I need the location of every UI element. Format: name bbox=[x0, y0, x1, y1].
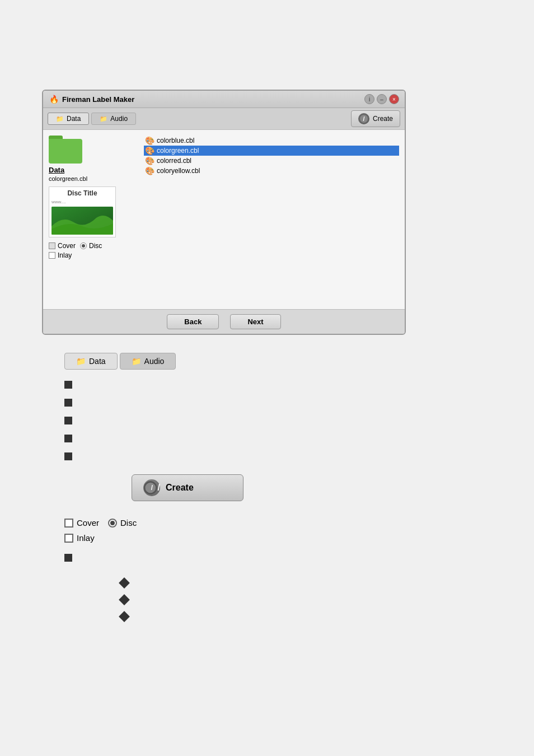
file-item-selected[interactable]: 🎨 colorgreen.cbl bbox=[144, 146, 399, 156]
folder-icon: 📁 bbox=[56, 115, 64, 123]
disc-label: Disc bbox=[89, 242, 102, 250]
file-icon-1: 🎨 bbox=[145, 136, 154, 145]
info-button[interactable]: i bbox=[364, 94, 374, 104]
zoom-inlay-checkbox-item[interactable]: Inlay bbox=[64, 533, 95, 543]
create-icon: / bbox=[358, 113, 369, 124]
folder-body bbox=[49, 139, 82, 164]
file-name-4: coloryellow.cbl bbox=[157, 167, 200, 175]
zoom-inlay-label: Inlay bbox=[77, 533, 95, 543]
zoom-folder-icon: 📁 bbox=[76, 357, 86, 366]
tab-bar: 📁 Data 📁 Audio / Create bbox=[43, 108, 405, 130]
disc-radio[interactable] bbox=[80, 242, 87, 249]
cover-checkbox-item[interactable]: Cover bbox=[49, 242, 76, 250]
zoom-create-icon: / bbox=[143, 479, 160, 496]
zoom-tab-data[interactable]: 📁 Data bbox=[64, 353, 118, 370]
svg-text:/: / bbox=[363, 115, 364, 122]
app-title: Fireman Label Maker bbox=[62, 95, 134, 104]
file-item[interactable]: 🎨 coloryellow.cbl bbox=[144, 166, 399, 176]
title-bar-left: 🔥 Fireman Label Maker bbox=[49, 94, 134, 104]
window-controls: i – × bbox=[364, 94, 399, 104]
preview-title: Disc Title bbox=[51, 189, 113, 197]
file-icon-3: 🎨 bbox=[145, 156, 154, 165]
file-list: 🎨 colorblue.cbl 🎨 colorgreen.cbl 🎨 color… bbox=[144, 136, 399, 176]
inlay-label: Inlay bbox=[58, 251, 72, 259]
minimize-button[interactable]: – bbox=[377, 94, 387, 104]
app-icon: 🔥 bbox=[49, 94, 59, 104]
zoom-diamond-1 bbox=[119, 577, 130, 589]
preview-text: www.... bbox=[51, 199, 113, 204]
cover-checkbox[interactable] bbox=[49, 242, 55, 249]
cover-disc-row: Cover Disc bbox=[49, 242, 138, 250]
tab-audio-label: Audio bbox=[110, 115, 128, 123]
zoom-cover-checkbox[interactable] bbox=[64, 519, 73, 528]
inlay-row: Inlay bbox=[49, 251, 138, 259]
zoom-tab-audio[interactable]: 📁 Audio bbox=[120, 353, 176, 370]
zoom-checkboxes: Cover Disc Inlay bbox=[64, 518, 456, 543]
zoom-bullet-5 bbox=[64, 452, 72, 460]
zoom-bullet-extra bbox=[64, 554, 72, 562]
zoom-diamond-2 bbox=[119, 594, 130, 605]
preview-box: Disc Title www.... bbox=[49, 186, 116, 237]
right-panel: 🎨 colorblue.cbl 🎨 colorgreen.cbl 🎨 color… bbox=[144, 136, 399, 304]
tab-data[interactable]: 📁 Data bbox=[48, 113, 89, 125]
zoom-bullet-3 bbox=[64, 417, 72, 424]
close-button[interactable]: × bbox=[389, 94, 399, 104]
zoom-cover-checkbox-item[interactable]: Cover bbox=[64, 518, 99, 528]
zoom-diamond-3 bbox=[119, 611, 130, 622]
zoom-create-label: Create bbox=[166, 483, 194, 493]
inlay-checkbox[interactable] bbox=[49, 252, 55, 259]
zoom-cover-label: Cover bbox=[77, 518, 99, 528]
zoom-bullet-2 bbox=[64, 399, 72, 407]
cover-label: Cover bbox=[58, 242, 76, 250]
zoom-tab-audio-label: Audio bbox=[144, 357, 165, 366]
zoom-bullet-4 bbox=[64, 435, 72, 442]
file-item[interactable]: 🎨 colorred.cbl bbox=[144, 156, 399, 166]
audio-icon: 📁 bbox=[100, 115, 107, 123]
title-bar: 🔥 Fireman Label Maker i – × bbox=[43, 91, 405, 108]
zoomed-section: 📁 Data 📁 Audio / Create Cov bbox=[64, 353, 456, 620]
file-name-2: colorgreen.cbl bbox=[157, 147, 199, 155]
preview-image bbox=[51, 207, 113, 235]
left-panel: Data colorgreen.cbl Disc Title www.... bbox=[49, 136, 138, 304]
bottom-bar: Back Next bbox=[43, 309, 405, 334]
zoom-cover-disc-row: Cover Disc bbox=[64, 518, 456, 528]
tab-audio[interactable]: 📁 Audio bbox=[91, 113, 136, 125]
create-button[interactable]: / Create bbox=[351, 110, 400, 127]
folder-icon-large bbox=[49, 136, 82, 164]
tab-data-label: Data bbox=[67, 115, 81, 123]
zoom-inlay-checkbox[interactable] bbox=[64, 534, 73, 543]
current-file: colorgreen.cbl bbox=[49, 175, 138, 182]
zoom-disc-radio[interactable] bbox=[108, 519, 117, 528]
file-name-1: colorblue.cbl bbox=[157, 137, 194, 144]
tabs: 📁 Data 📁 Audio bbox=[48, 113, 136, 125]
main-window: 🔥 Fireman Label Maker i – × 📁 Data 📁 Aud… bbox=[42, 90, 406, 335]
create-label: Create bbox=[373, 115, 393, 123]
disc-radio-item[interactable]: Disc bbox=[80, 242, 102, 250]
zoom-diamonds bbox=[120, 579, 456, 620]
zoom-disc-radio-item[interactable]: Disc bbox=[108, 518, 137, 528]
zoom-tabs: 📁 Data 📁 Audio bbox=[64, 353, 456, 370]
zoom-disc-label: Disc bbox=[120, 518, 137, 528]
zoom-create-button[interactable]: / Create bbox=[132, 474, 243, 501]
checkboxes-area: Cover Disc Inlay bbox=[49, 242, 138, 259]
content-area: Data colorgreen.cbl Disc Title www.... bbox=[43, 130, 405, 309]
file-icon-2: 🎨 bbox=[145, 146, 154, 155]
zoom-inlay-row: Inlay bbox=[64, 533, 456, 543]
zoom-audio-icon: 📁 bbox=[132, 357, 141, 366]
file-item[interactable]: 🎨 colorblue.cbl bbox=[144, 136, 399, 146]
zoom-bullet-1 bbox=[64, 381, 72, 389]
inlay-checkbox-item[interactable]: Inlay bbox=[49, 251, 72, 259]
back-button[interactable]: Back bbox=[167, 314, 219, 329]
file-name-3: colorred.cbl bbox=[157, 157, 191, 165]
file-icon-4: 🎨 bbox=[145, 166, 154, 175]
next-button[interactable]: Next bbox=[230, 314, 280, 329]
zoom-tab-data-label: Data bbox=[89, 357, 106, 366]
zoom-bullets bbox=[64, 381, 456, 460]
folder-name: Data bbox=[49, 166, 138, 174]
svg-point-5 bbox=[145, 483, 156, 493]
